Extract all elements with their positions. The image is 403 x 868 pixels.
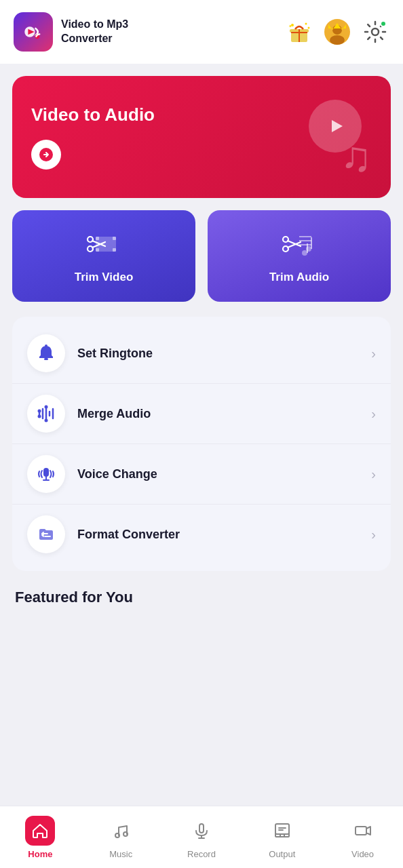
svg-rect-38 (44, 358, 48, 360)
music-icon (106, 816, 136, 846)
nav-video[interactable]: Video (337, 810, 389, 865)
svg-point-45 (38, 410, 41, 413)
svg-point-15 (372, 28, 379, 35)
trim-audio-label: Trim Audio (269, 271, 329, 284)
svg-point-36 (302, 250, 307, 256)
home-label: Home (28, 849, 52, 859)
svg-point-13 (330, 35, 345, 45)
format-icon-circle (27, 515, 65, 553)
banner-icons: ♫ (277, 96, 372, 178)
svg-rect-21 (113, 237, 116, 240)
bottom-nav: Home Music Record (0, 806, 403, 868)
settings-badge (380, 20, 387, 27)
record-label: Record (187, 849, 216, 859)
output-icon (267, 816, 297, 846)
output-label: Output (269, 849, 295, 859)
svg-rect-19 (96, 237, 99, 240)
svg-point-8 (305, 23, 307, 25)
set-ringtone-item[interactable]: Set Ringtone › (12, 323, 391, 383)
voice-label: Voice Change (77, 467, 359, 481)
svg-text:✦: ✦ (288, 24, 292, 28)
gift-button[interactable]: ✦ (285, 18, 313, 46)
nav-output[interactable]: Output (256, 810, 308, 865)
app-header: Video to Mp3 Converter ✦ (0, 0, 403, 64)
voice-chevron: › (371, 467, 376, 482)
features-card: Set Ringtone › Merge Audio › (12, 317, 391, 571)
merge-chevron: › (371, 406, 376, 422)
trim-cards-row: Trim Video Trim Audio (12, 210, 391, 302)
voice-change-item[interactable]: Voice Change › (12, 443, 391, 504)
banner-arrow-button[interactable] (31, 140, 61, 170)
ringtone-icon-circle (27, 334, 65, 372)
nav-home[interactable]: Home (14, 810, 66, 865)
svg-marker-17 (332, 120, 343, 132)
svg-point-48 (45, 419, 48, 422)
video-label: Video (351, 849, 374, 859)
format-converter-item[interactable]: Format Converter › (12, 504, 391, 564)
svg-point-51 (115, 833, 119, 837)
trim-video-card[interactable]: Trim Video (12, 210, 195, 302)
settings-button[interactable] (361, 18, 389, 46)
nav-music[interactable]: Music (95, 810, 147, 865)
banner-title: Video to Audio (31, 104, 277, 125)
featured-section-title: Featured for You (12, 589, 391, 606)
svg-point-47 (45, 406, 48, 409)
trim-video-label: Trim Video (75, 271, 134, 284)
svg-rect-20 (96, 248, 99, 252)
svg-rect-53 (199, 824, 204, 833)
banner-text: Video to Audio (31, 104, 277, 169)
merge-icon-circle (27, 395, 65, 433)
home-icon (25, 816, 55, 846)
video-icon (348, 816, 378, 846)
music-label: Music (109, 849, 132, 859)
svg-point-9 (308, 27, 310, 29)
app-logo (14, 12, 53, 52)
ringtone-label: Set Ringtone (77, 347, 359, 361)
svg-point-46 (38, 415, 41, 418)
format-label: Format Converter (77, 528, 359, 542)
svg-point-39 (45, 344, 47, 347)
voice-icon-circle (27, 455, 65, 493)
nav-record[interactable]: Record (176, 810, 227, 865)
svg-point-52 (123, 832, 128, 836)
ringtone-chevron: › (371, 346, 376, 361)
svg-rect-60 (356, 827, 366, 835)
header-icons: ✦ (285, 18, 389, 46)
svg-rect-49 (43, 468, 49, 477)
svg-rect-56 (275, 824, 289, 834)
trim-audio-card[interactable]: Trim Audio (208, 210, 391, 302)
header-left: Video to Mp3 Converter (14, 12, 128, 52)
format-chevron: › (371, 527, 376, 542)
svg-rect-22 (113, 248, 116, 252)
merge-label: Merge Audio (77, 407, 359, 421)
record-icon (187, 816, 216, 846)
main-content: Video to Audio ♫ (0, 64, 403, 606)
avatar-button[interactable] (323, 18, 351, 46)
app-title: Video to Mp3 Converter (61, 18, 128, 46)
video-to-audio-banner[interactable]: Video to Audio ♫ (12, 76, 391, 198)
merge-audio-item[interactable]: Merge Audio › (12, 383, 391, 443)
